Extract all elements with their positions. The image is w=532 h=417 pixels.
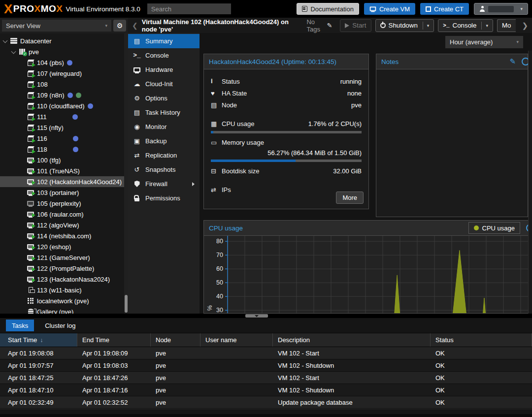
tab-tasks[interactable]: Tasks bbox=[6, 320, 34, 331]
column-header-start-time[interactable]: Start Time↓ bbox=[0, 333, 77, 347]
list-icon: ▤ bbox=[133, 109, 141, 116]
search-input[interactable] bbox=[147, 3, 231, 14]
edit-notes-pencil-icon[interactable]: ✎ bbox=[509, 57, 516, 66]
heart-icon: ♥ bbox=[211, 90, 222, 97]
column-header-user-name[interactable]: User name bbox=[200, 333, 273, 347]
ct-running-icon bbox=[26, 114, 35, 120]
tree-item[interactable]: Datacenter bbox=[0, 35, 128, 46]
tree-item[interactable]: 121 (GameServer) bbox=[0, 252, 128, 263]
tree-item[interactable]: 102 (HackatonHack4Good24) bbox=[0, 176, 128, 187]
tree-item[interactable]: 110 (cloudflared) bbox=[0, 100, 128, 111]
task-row[interactable]: Apr 01 19:07:57Apr 01 19:08:03pveVM 102 … bbox=[0, 359, 532, 372]
menu-item-hardware[interactable]: Hardware bbox=[128, 63, 200, 77]
menu-item-options[interactable]: ⚙Options bbox=[128, 91, 200, 105]
period-select[interactable]: Hour (average) ▾ bbox=[445, 36, 523, 48]
tree-item[interactable]: 101 (TrueNAS) bbox=[0, 165, 128, 176]
shutdown-button[interactable]: Shutdown ▾ bbox=[375, 19, 434, 32]
column-header-end-time[interactable]: End Time bbox=[77, 333, 151, 347]
task-row[interactable]: Apr 01 02:32:49Apr 01 02:32:52pveUpdate … bbox=[0, 396, 532, 409]
tree-item[interactable]: 112 (algoView) bbox=[0, 220, 128, 230]
menu-item-replication[interactable]: ⇄Replication bbox=[128, 148, 200, 162]
view-mode-select[interactable]: Server View ▾ bbox=[2, 20, 111, 32]
caret-expanded-icon[interactable] bbox=[2, 37, 9, 44]
running-play-icon bbox=[32, 170, 35, 174]
tree-item[interactable]: 108 bbox=[0, 79, 128, 90]
column-header-description[interactable]: Description bbox=[273, 333, 431, 347]
cpu-legend[interactable]: CPU usage bbox=[468, 222, 520, 234]
menu-item-backup[interactable]: ▣Backup bbox=[128, 134, 200, 148]
shield-icon bbox=[133, 181, 141, 187]
menu-item-task-history[interactable]: ▤Task History bbox=[128, 105, 200, 120]
tree-item[interactable]: Gallery (pve) bbox=[0, 306, 128, 314]
menu-item-permissions[interactable]: Permissions bbox=[128, 191, 200, 205]
tree-item[interactable]: 113 (w11-basic) bbox=[0, 285, 128, 295]
tree-item-label: 109 (n8n) bbox=[37, 92, 65, 99]
menu-item-summary[interactable]: ▤Summary bbox=[128, 34, 200, 48]
tree-item[interactable]: 103 (portainer) bbox=[0, 187, 128, 198]
tree-item[interactable]: 116 bbox=[0, 133, 128, 144]
tree-item[interactable]: 118 bbox=[0, 144, 128, 155]
tree-item[interactable]: 114 (netshiba.com) bbox=[0, 230, 128, 241]
tree-item[interactable]: 115 (nfty) bbox=[0, 122, 128, 133]
status-row-value: pve bbox=[351, 101, 362, 109]
running-play-icon bbox=[32, 246, 35, 250]
running-play-icon bbox=[32, 150, 35, 154]
start-button[interactable]: Start bbox=[340, 19, 371, 32]
toolbar-overflow-chevron[interactable]: ❯ bbox=[522, 21, 528, 30]
tree-item[interactable]: 120 (eshop) bbox=[0, 241, 128, 252]
tab-cluster-log[interactable]: Cluster log bbox=[39, 320, 81, 331]
column-header-node[interactable]: Node bbox=[151, 333, 200, 347]
datacenter-icon bbox=[9, 38, 19, 44]
tree-item[interactable]: 109 (n8n) bbox=[0, 90, 128, 100]
task-cell: OK bbox=[431, 396, 532, 409]
blue-tag-dot-icon bbox=[67, 93, 73, 98]
running-play-icon bbox=[32, 181, 35, 185]
tree-item-label: 101 (TrueNAS) bbox=[37, 167, 80, 175]
task-row[interactable]: Apr 01 18:47:10Apr 01 18:47:16pveVM 102 … bbox=[0, 384, 532, 396]
tree-item[interactable]: 100 (tfg) bbox=[0, 155, 128, 165]
tree-item[interactable]: 105 (perplexity) bbox=[0, 198, 128, 209]
caret-expanded-icon[interactable] bbox=[10, 48, 17, 55]
splitter-collapse-handle[interactable] bbox=[245, 314, 268, 318]
more-status-button[interactable]: More bbox=[336, 192, 364, 204]
tree-item[interactable]: 111 bbox=[0, 111, 128, 122]
status-row-value: running bbox=[340, 78, 362, 85]
tree-item-label: 113 (w11-basic) bbox=[37, 287, 82, 294]
panel-splitter bbox=[0, 314, 532, 318]
tree-item[interactable]: 106 (raular.com) bbox=[0, 209, 128, 220]
content-scrollbar[interactable] bbox=[528, 51, 532, 314]
tree-item[interactable]: localnetwork (pve) bbox=[0, 295, 128, 306]
tree-item[interactable]: 122 (PromptPalette) bbox=[0, 263, 128, 274]
cloud-icon: ☁ bbox=[133, 80, 141, 88]
svg-text:60: 60 bbox=[216, 265, 223, 272]
menu-item-snapshots[interactable]: ↺Snapshots bbox=[128, 162, 200, 177]
tree-item[interactable]: ✓pve bbox=[0, 46, 128, 57]
tree-settings-button[interactable]: ⚙ bbox=[113, 20, 126, 32]
status-row: ▤Nodepve bbox=[211, 99, 362, 111]
user-menu-button[interactable]: ▾ bbox=[474, 3, 528, 15]
create-ct-button[interactable]: Create CT bbox=[420, 3, 469, 15]
create-vm-button[interactable]: Create VM bbox=[364, 3, 415, 15]
ct-running-icon bbox=[26, 146, 35, 153]
tree-item[interactable]: 104 (pbs) bbox=[0, 57, 128, 68]
ct-running-icon bbox=[26, 125, 35, 131]
menu-item-cloud-init[interactable]: ☁Cloud-Init bbox=[128, 77, 200, 91]
task-row[interactable]: Apr 01 19:08:08Apr 01 19:08:09pveVM 102 … bbox=[0, 347, 532, 359]
tree-item[interactable]: 123 (HackatonNasa2024) bbox=[0, 274, 128, 285]
documentation-button[interactable]: Documentation bbox=[297, 3, 359, 15]
menu-item-monitor[interactable]: ◉Monitor bbox=[128, 120, 200, 134]
tree-item[interactable]: 107 (wireguard) bbox=[0, 68, 128, 79]
task-row[interactable]: Apr 01 18:47:25Apr 01 18:47:26pveVM 102 … bbox=[0, 372, 532, 384]
edit-tags-pencil-icon[interactable]: ✎ bbox=[327, 22, 332, 29]
menu-item-console[interactable]: >_Console bbox=[128, 48, 200, 63]
status-row: ⊟Bootdisk size32.00 GiB bbox=[211, 165, 362, 177]
gear-icon: ⚙ bbox=[133, 95, 141, 102]
sidebar-scrollbar[interactable] bbox=[124, 33, 128, 314]
menu-item-firewall[interactable]: Firewall bbox=[128, 177, 200, 191]
more-button[interactable]: Mo bbox=[497, 19, 516, 32]
collapse-left-icon[interactable]: ❮ bbox=[132, 22, 138, 30]
console-button[interactable]: >_ Console ▾ bbox=[438, 19, 493, 32]
running-play-icon bbox=[32, 235, 35, 239]
column-header-status[interactable]: Status bbox=[431, 333, 532, 347]
sidebar-scrollbar-thumb[interactable] bbox=[125, 295, 128, 313]
